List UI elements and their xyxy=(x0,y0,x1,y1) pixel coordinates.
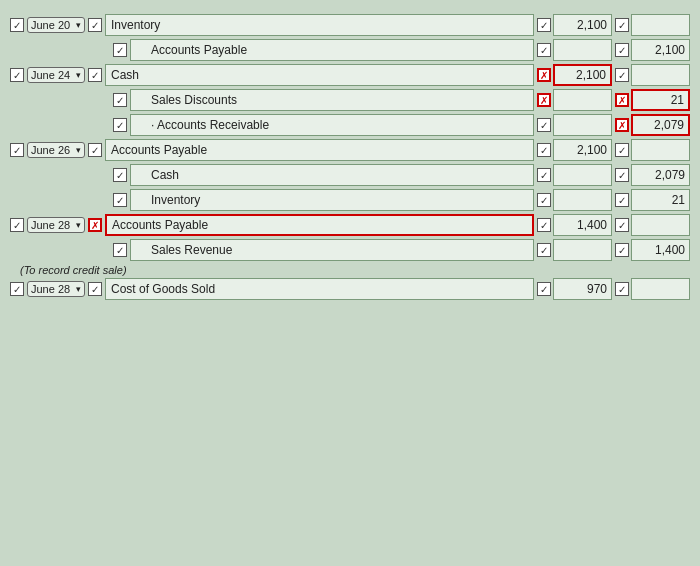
amount-box[interactable]: 2,100 xyxy=(553,14,612,36)
amount-box[interactable] xyxy=(553,239,612,261)
chevron-down-icon: ▾ xyxy=(76,20,81,30)
date-select[interactable]: June 24▾ xyxy=(27,67,85,83)
checkbox[interactable] xyxy=(537,243,551,257)
amount-box[interactable] xyxy=(631,139,690,161)
checkbox[interactable] xyxy=(113,243,127,257)
checkbox[interactable] xyxy=(615,18,629,32)
checkbox[interactable] xyxy=(615,143,629,157)
amount-box[interactable] xyxy=(553,39,612,61)
table-row: June 26▾Accounts Payable2,100 xyxy=(10,139,690,161)
credit-cell: 2,079 xyxy=(615,114,690,136)
account-name-box-indent[interactable]: Sales Revenue xyxy=(130,239,534,261)
credit-cell: 2,079 xyxy=(615,164,690,186)
checkbox[interactable] xyxy=(88,68,102,82)
checkbox[interactable] xyxy=(10,143,24,157)
debit-cell xyxy=(537,89,612,111)
checkbox[interactable] xyxy=(615,243,629,257)
date-select[interactable]: June 28▾ xyxy=(27,281,85,297)
checkbox[interactable] xyxy=(113,118,127,132)
checkbox[interactable] xyxy=(615,193,629,207)
checkbox[interactable] xyxy=(88,18,102,32)
checkbox[interactable] xyxy=(615,118,629,132)
checkbox[interactable] xyxy=(615,282,629,296)
account-name-box[interactable]: Accounts Payable xyxy=(105,139,534,161)
table-row: Accounts Payable2,100 xyxy=(10,39,690,61)
note-text: (To record credit sale) xyxy=(10,264,690,276)
amount-box[interactable] xyxy=(553,89,612,111)
date-select[interactable]: June 20▾ xyxy=(27,17,85,33)
checkbox[interactable] xyxy=(88,143,102,157)
checkbox[interactable] xyxy=(10,218,24,232)
table-row: June 20▾Inventory2,100 xyxy=(10,14,690,36)
account-name-box[interactable]: Accounts Payable xyxy=(105,214,534,236)
checkbox[interactable] xyxy=(537,43,551,57)
amount-box[interactable]: 970 xyxy=(553,278,612,300)
amount-box[interactable] xyxy=(553,164,612,186)
amount-box[interactable] xyxy=(631,14,690,36)
amount-box[interactable]: 1,400 xyxy=(631,239,690,261)
checkbox[interactable] xyxy=(88,282,102,296)
amount-box[interactable] xyxy=(631,278,690,300)
amount-box[interactable]: 2,079 xyxy=(631,164,690,186)
account-name-box[interactable]: Inventory xyxy=(105,14,534,36)
checkbox[interactable] xyxy=(537,218,551,232)
account-name-box-indent[interactable]: Sales Discounts xyxy=(130,89,534,111)
account-name-box-indent[interactable]: Inventory xyxy=(130,189,534,211)
table-row: June 24▾Cash2,100 xyxy=(10,64,690,86)
amount-box[interactable] xyxy=(631,214,690,236)
checkbox[interactable] xyxy=(113,168,127,182)
credit-cell xyxy=(615,278,690,300)
checkbox[interactable] xyxy=(537,282,551,296)
debit-cell xyxy=(537,39,612,61)
checkbox[interactable] xyxy=(615,218,629,232)
checkbox[interactable] xyxy=(615,68,629,82)
table-row: · Accounts Receivable2,079 xyxy=(10,114,690,136)
amount-box[interactable]: 2,079 xyxy=(631,114,690,136)
checkbox[interactable] xyxy=(615,43,629,57)
account-name-box[interactable]: Cost of Goods Sold xyxy=(105,278,534,300)
checkbox[interactable] xyxy=(10,18,24,32)
checkbox[interactable] xyxy=(113,43,127,57)
checkbox[interactable] xyxy=(537,193,551,207)
checkbox[interactable] xyxy=(88,218,102,232)
date-label: June 28 xyxy=(31,283,70,295)
account-name-box-indent[interactable]: · Accounts Receivable xyxy=(130,114,534,136)
amount-box[interactable]: 21 xyxy=(631,89,690,111)
account-name-box-indent[interactable]: Cash xyxy=(130,164,534,186)
checkbox[interactable] xyxy=(113,193,127,207)
checkbox[interactable] xyxy=(537,18,551,32)
account-name-box-indent[interactable]: Accounts Payable xyxy=(130,39,534,61)
amount-box[interactable]: 1,400 xyxy=(553,214,612,236)
checkbox[interactable] xyxy=(10,282,24,296)
chevron-down-icon: ▾ xyxy=(76,284,81,294)
amount-box[interactable] xyxy=(553,189,612,211)
date-select[interactable]: June 28▾ xyxy=(27,217,85,233)
amount-box[interactable] xyxy=(553,114,612,136)
checkbox[interactable] xyxy=(615,93,629,107)
checkbox[interactable] xyxy=(537,168,551,182)
date-select[interactable]: June 26▾ xyxy=(27,142,85,158)
account-name-box[interactable]: Cash xyxy=(105,64,534,86)
chevron-down-icon: ▾ xyxy=(76,220,81,230)
checkbox[interactable] xyxy=(615,168,629,182)
debit-cell: 2,100 xyxy=(537,14,612,36)
amount-box[interactable] xyxy=(631,64,690,86)
credit-cell: 21 xyxy=(615,189,690,211)
debit-cell xyxy=(537,164,612,186)
credit-cell: 1,400 xyxy=(615,239,690,261)
checkbox[interactable] xyxy=(10,68,24,82)
chevron-down-icon: ▾ xyxy=(76,145,81,155)
amount-box[interactable]: 21 xyxy=(631,189,690,211)
debit-cell xyxy=(537,239,612,261)
checkbox[interactable] xyxy=(113,93,127,107)
checkbox[interactable] xyxy=(537,118,551,132)
amount-box[interactable]: 2,100 xyxy=(631,39,690,61)
amount-box[interactable]: 2,100 xyxy=(553,64,612,86)
amount-box[interactable]: 2,100 xyxy=(553,139,612,161)
checkbox[interactable] xyxy=(537,143,551,157)
checkbox[interactable] xyxy=(537,68,551,82)
date-label: June 24 xyxy=(31,69,70,81)
credit-cell xyxy=(615,139,690,161)
table-row: June 28▾Cost of Goods Sold970 xyxy=(10,278,690,300)
checkbox[interactable] xyxy=(537,93,551,107)
